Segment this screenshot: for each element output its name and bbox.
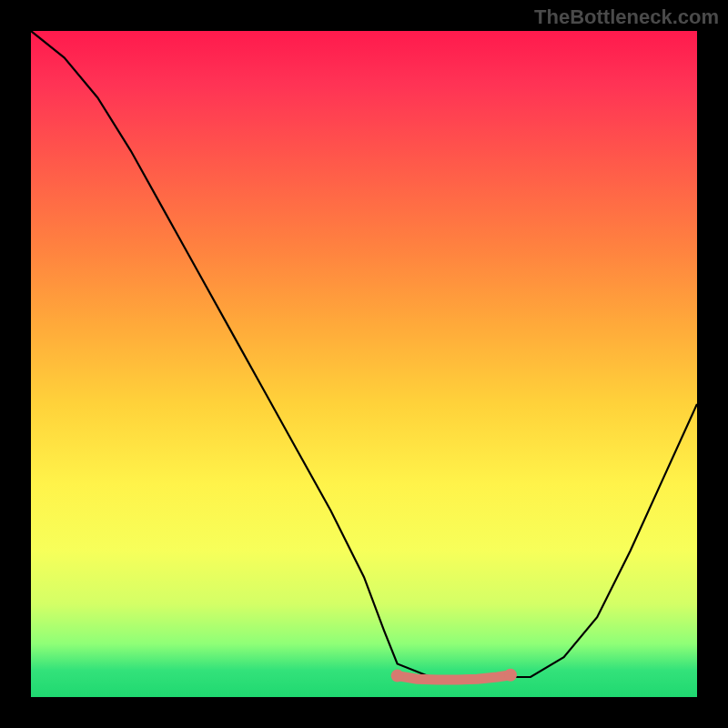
chart-plot-area: [31, 31, 697, 697]
bottleneck-curve: [31, 31, 697, 677]
bottom-markers: [391, 669, 517, 682]
watermark-text: TheBottleneck.com: [534, 5, 719, 29]
marker-end-dot: [391, 670, 404, 682]
marker-end-dot: [504, 669, 517, 682]
chart-svg: [31, 31, 697, 697]
marker-band-stroke: [398, 675, 511, 680]
